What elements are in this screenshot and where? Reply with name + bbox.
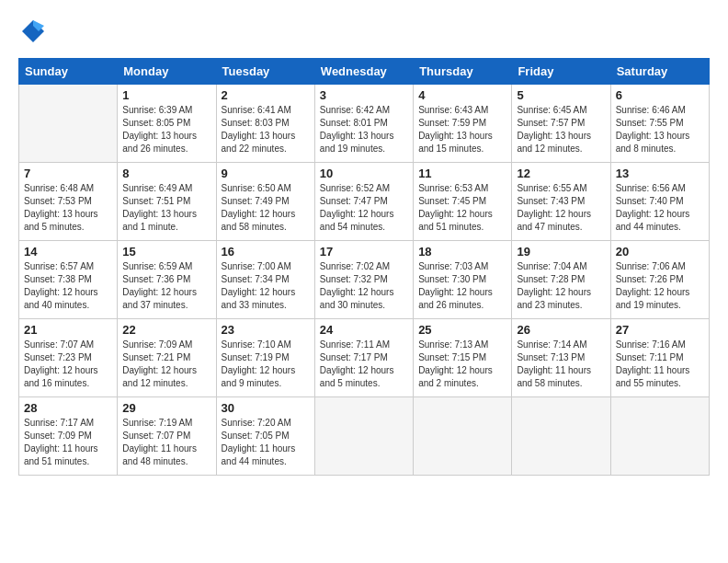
day-number: 23: [222, 323, 310, 337]
day-number: 14: [24, 245, 112, 259]
calendar-cell: 8Sunrise: 6:49 AMSunset: 7:51 PMDaylight…: [118, 163, 216, 241]
day-info: Sunrise: 6:57 AMSunset: 7:38 PMDaylight:…: [24, 260, 112, 312]
calendar-table: SundayMondayTuesdayWednesdayThursdayFrid…: [18, 58, 710, 476]
day-info: Sunrise: 7:20 AMSunset: 7:05 PMDaylight:…: [222, 417, 310, 468]
day-info: Sunrise: 6:48 AMSunset: 7:53 PMDaylight:…: [24, 182, 112, 234]
day-number: 4: [418, 88, 506, 102]
day-info: Sunrise: 6:45 AMSunset: 7:57 PMDaylight:…: [517, 104, 605, 155]
calendar-cell: 20Sunrise: 7:06 AMSunset: 7:26 PMDayligh…: [610, 241, 709, 319]
logo: [18, 18, 46, 49]
day-number: 11: [418, 167, 506, 180]
day-number: 29: [122, 401, 210, 415]
calendar-cell: 22Sunrise: 7:09 AMSunset: 7:21 PMDayligh…: [118, 319, 216, 397]
day-info: Sunrise: 7:19 AMSunset: 7:07 PMDaylight:…: [122, 417, 210, 468]
day-info: Sunrise: 6:50 AMSunset: 7:49 PMDaylight:…: [222, 182, 310, 234]
day-number: 9: [222, 167, 310, 180]
day-info: Sunrise: 6:52 AMSunset: 7:47 PMDaylight:…: [320, 182, 408, 234]
col-header-saturday: Saturday: [610, 59, 709, 85]
day-info: Sunrise: 6:53 AMSunset: 7:45 PMDaylight:…: [418, 182, 506, 234]
day-number: 30: [222, 401, 310, 415]
day-info: Sunrise: 7:16 AMSunset: 7:11 PMDaylight:…: [616, 339, 704, 390]
calendar-cell: 18Sunrise: 7:03 AMSunset: 7:30 PMDayligh…: [414, 241, 512, 319]
calendar-week-1: 1Sunrise: 6:39 AMSunset: 8:05 PMDaylight…: [19, 85, 710, 163]
day-info: Sunrise: 7:13 AMSunset: 7:15 PMDaylight:…: [418, 339, 506, 390]
calendar-cell: 12Sunrise: 6:55 AMSunset: 7:43 PMDayligh…: [512, 163, 610, 241]
calendar-cell: 4Sunrise: 6:43 AMSunset: 7:59 PMDaylight…: [414, 85, 512, 163]
calendar-cell: 2Sunrise: 6:41 AMSunset: 8:03 PMDaylight…: [216, 85, 314, 163]
day-info: Sunrise: 6:46 AMSunset: 7:55 PMDaylight:…: [616, 104, 704, 155]
col-header-thursday: Thursday: [414, 59, 512, 85]
calendar-cell: [19, 85, 118, 163]
day-number: 10: [320, 167, 408, 180]
calendar-cell: 7Sunrise: 6:48 AMSunset: 7:53 PMDaylight…: [19, 163, 118, 241]
calendar-cell: 26Sunrise: 7:14 AMSunset: 7:13 PMDayligh…: [512, 319, 610, 397]
calendar-cell: 16Sunrise: 7:00 AMSunset: 7:34 PMDayligh…: [216, 241, 314, 319]
day-number: 8: [122, 167, 210, 180]
day-info: Sunrise: 6:41 AMSunset: 8:03 PMDaylight:…: [222, 104, 310, 155]
day-info: Sunrise: 7:02 AMSunset: 7:32 PMDaylight:…: [320, 260, 408, 312]
calendar-cell: 5Sunrise: 6:45 AMSunset: 7:57 PMDaylight…: [512, 85, 610, 163]
day-number: 12: [517, 167, 605, 180]
day-info: Sunrise: 7:17 AMSunset: 7:09 PMDaylight:…: [24, 417, 112, 468]
day-number: 15: [122, 245, 210, 259]
calendar-cell: 15Sunrise: 6:59 AMSunset: 7:36 PMDayligh…: [118, 241, 216, 319]
logo-text: [18, 18, 46, 49]
day-number: 13: [616, 167, 704, 180]
day-info: Sunrise: 7:00 AMSunset: 7:34 PMDaylight:…: [222, 260, 310, 312]
day-info: Sunrise: 6:39 AMSunset: 8:05 PMDaylight:…: [122, 104, 210, 155]
day-number: 28: [24, 401, 112, 415]
calendar-cell: 29Sunrise: 7:19 AMSunset: 7:07 PMDayligh…: [118, 397, 216, 476]
day-number: 7: [24, 167, 112, 180]
calendar-cell: 21Sunrise: 7:07 AMSunset: 7:23 PMDayligh…: [19, 319, 118, 397]
header-row: SundayMondayTuesdayWednesdayThursdayFrid…: [19, 59, 710, 85]
col-header-tuesday: Tuesday: [216, 59, 314, 85]
day-number: 1: [122, 88, 210, 102]
day-info: Sunrise: 6:42 AMSunset: 8:01 PMDaylight:…: [320, 104, 408, 155]
day-info: Sunrise: 6:43 AMSunset: 7:59 PMDaylight:…: [418, 104, 506, 155]
day-info: Sunrise: 6:56 AMSunset: 7:40 PMDaylight:…: [616, 182, 704, 234]
calendar-cell: 24Sunrise: 7:11 AMSunset: 7:17 PMDayligh…: [314, 319, 413, 397]
day-number: 17: [320, 245, 408, 259]
calendar-cell: 10Sunrise: 6:52 AMSunset: 7:47 PMDayligh…: [314, 163, 413, 241]
col-header-wednesday: Wednesday: [314, 59, 413, 85]
day-info: Sunrise: 6:59 AMSunset: 7:36 PMDaylight:…: [122, 260, 210, 312]
day-number: 20: [616, 245, 704, 259]
calendar-cell: 11Sunrise: 6:53 AMSunset: 7:45 PMDayligh…: [414, 163, 512, 241]
calendar-cell: 23Sunrise: 7:10 AMSunset: 7:19 PMDayligh…: [216, 319, 314, 397]
page-header: [18, 18, 710, 49]
day-info: Sunrise: 7:14 AMSunset: 7:13 PMDaylight:…: [517, 339, 605, 390]
day-number: 6: [616, 88, 704, 102]
day-info: Sunrise: 7:07 AMSunset: 7:23 PMDaylight:…: [24, 339, 112, 390]
day-info: Sunrise: 7:06 AMSunset: 7:26 PMDaylight:…: [616, 260, 704, 312]
calendar-cell: 1Sunrise: 6:39 AMSunset: 8:05 PMDaylight…: [118, 85, 216, 163]
calendar-cell: 19Sunrise: 7:04 AMSunset: 7:28 PMDayligh…: [512, 241, 610, 319]
day-number: 26: [517, 323, 605, 337]
col-header-monday: Monday: [118, 59, 216, 85]
calendar-cell: 28Sunrise: 7:17 AMSunset: 7:09 PMDayligh…: [19, 397, 118, 476]
day-number: 2: [222, 88, 310, 102]
calendar-cell: 25Sunrise: 7:13 AMSunset: 7:15 PMDayligh…: [414, 319, 512, 397]
calendar-cell: 14Sunrise: 6:57 AMSunset: 7:38 PMDayligh…: [19, 241, 118, 319]
calendar-cell: [314, 397, 413, 476]
day-number: 19: [517, 245, 605, 259]
day-number: 27: [616, 323, 704, 337]
calendar-week-2: 7Sunrise: 6:48 AMSunset: 7:53 PMDaylight…: [19, 163, 710, 241]
calendar-cell: 17Sunrise: 7:02 AMSunset: 7:32 PMDayligh…: [314, 241, 413, 319]
calendar-week-4: 21Sunrise: 7:07 AMSunset: 7:23 PMDayligh…: [19, 319, 710, 397]
day-info: Sunrise: 7:03 AMSunset: 7:30 PMDaylight:…: [418, 260, 506, 312]
calendar-cell: 27Sunrise: 7:16 AMSunset: 7:11 PMDayligh…: [610, 319, 709, 397]
logo-icon: [20, 18, 46, 44]
col-header-sunday: Sunday: [19, 59, 118, 85]
calendar-week-3: 14Sunrise: 6:57 AMSunset: 7:38 PMDayligh…: [19, 241, 710, 319]
calendar-cell: 9Sunrise: 6:50 AMSunset: 7:49 PMDaylight…: [216, 163, 314, 241]
day-info: Sunrise: 7:11 AMSunset: 7:17 PMDaylight:…: [320, 339, 408, 390]
calendar-cell: 3Sunrise: 6:42 AMSunset: 8:01 PMDaylight…: [314, 85, 413, 163]
day-number: 21: [24, 323, 112, 337]
calendar-cell: [512, 397, 610, 476]
calendar-cell: 13Sunrise: 6:56 AMSunset: 7:40 PMDayligh…: [610, 163, 709, 241]
calendar-cell: 6Sunrise: 6:46 AMSunset: 7:55 PMDaylight…: [610, 85, 709, 163]
calendar-cell: [610, 397, 709, 476]
day-number: 3: [320, 88, 408, 102]
day-number: 16: [222, 245, 310, 259]
day-info: Sunrise: 6:55 AMSunset: 7:43 PMDaylight:…: [517, 182, 605, 234]
